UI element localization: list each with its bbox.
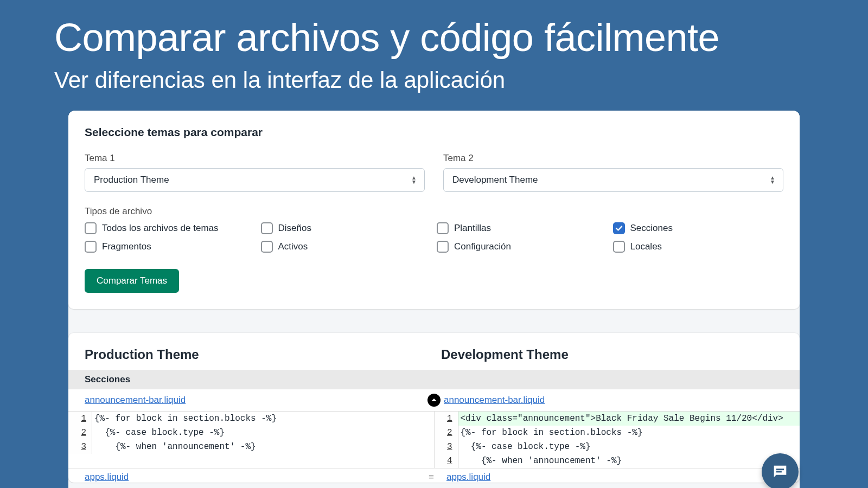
filetype-checkbox[interactable]: Locales: [613, 241, 784, 253]
checkbox-box: [613, 241, 625, 253]
checkbox-box: [261, 241, 273, 253]
file-link-right-next[interactable]: apps.liquid: [446, 472, 490, 482]
filetype-checkbox[interactable]: Fragmentos: [85, 241, 256, 253]
line-number: 2: [68, 426, 92, 440]
chat-icon: [771, 463, 789, 481]
svg-rect-1: [776, 471, 782, 473]
line-number: 1: [435, 412, 458, 426]
filetype-checkbox[interactable]: Configuración: [437, 241, 608, 253]
code-line: 1{%- for block in section.blocks -%}: [68, 412, 434, 426]
filetypes-label: Tipos de archivo: [85, 206, 783, 217]
line-number: 1: [68, 412, 92, 426]
selector-heading: Seleccione temas para comparar: [85, 126, 783, 139]
chevron-up-icon: [431, 397, 437, 403]
filetype-checkbox[interactable]: Diseños: [261, 222, 432, 234]
filetype-checkbox[interactable]: Plantillas: [437, 222, 608, 234]
svg-rect-0: [776, 468, 784, 470]
checkbox-box: [437, 241, 449, 253]
filetype-checkbox[interactable]: Todos los archivos de temas: [85, 222, 256, 234]
checkbox-box: [437, 222, 449, 234]
checkbox-label: Secciones: [630, 223, 673, 234]
select-caret-icon: ▲▼: [770, 176, 775, 184]
collapse-button[interactable]: [427, 394, 441, 407]
code-text: <div class="announcement">Black Friday S…: [458, 412, 800, 426]
code-line: 3 {%- case block.type -%}: [435, 440, 800, 454]
theme2-select[interactable]: Development Theme ▲▼: [443, 168, 783, 192]
checkbox-label: Diseños: [278, 223, 311, 234]
checkbox-box: [613, 222, 625, 234]
file-link-left-next[interactable]: apps.liquid: [85, 472, 129, 482]
diff-view: 1{%- for block in section.blocks -%}2 {%…: [68, 411, 800, 468]
select-caret-icon: ▲▼: [411, 176, 417, 184]
filetype-checkbox[interactable]: Activos: [261, 241, 432, 253]
diff-right-column: 1<div class="announcement">Black Friday …: [435, 412, 800, 468]
app-frame: Seleccione temas para comparar Tema 1 Pr…: [68, 111, 800, 488]
checkbox-label: Locales: [630, 241, 662, 252]
results-section-bar: Secciones: [68, 370, 800, 389]
checkbox-label: Fragmentos: [102, 241, 151, 252]
code-line: 2 {%- case block.type -%}: [68, 426, 434, 440]
checkbox-box: [85, 241, 97, 253]
code-text: {%- when 'announcement' -%}: [458, 454, 800, 468]
checkbox-label: Configuración: [454, 241, 511, 252]
line-number: 3: [435, 440, 458, 454]
line-number: 4: [435, 454, 458, 468]
checkbox-label: Activos: [278, 241, 308, 252]
code-line: 2{%- for block in section.blocks -%}: [435, 426, 800, 440]
filetype-checkbox[interactable]: Secciones: [613, 222, 784, 234]
code-line: 3 {%- when 'announcement' -%}: [68, 440, 434, 454]
check-icon: [615, 224, 623, 232]
filetype-checkbox-grid: Todos los archivos de temasDiseñosPlanti…: [85, 222, 783, 253]
theme1-value: Production Theme: [94, 175, 169, 185]
results-card: Production Theme Development Theme Secci…: [68, 333, 800, 483]
theme-selector-card: Seleccione temas para comparar Tema 1 Pr…: [68, 111, 800, 309]
line-number: 2: [435, 426, 458, 440]
chat-fab-button[interactable]: [762, 453, 799, 488]
checkbox-label: Plantillas: [454, 223, 491, 234]
hero-subtitle: Ver diferencias en la interfaz de la apl…: [0, 59, 868, 111]
results-right-title: Development Theme: [427, 347, 783, 362]
compare-button[interactable]: Comparar Temas: [85, 269, 179, 293]
code-line: 4 {%- when 'announcement' -%}: [435, 454, 800, 468]
code-text: {%- case block.type -%}: [458, 440, 800, 454]
theme1-select[interactable]: Production Theme ▲▼: [85, 168, 425, 192]
theme2-value: Development Theme: [452, 175, 538, 185]
line-number: 3: [68, 440, 92, 454]
file-link-right[interactable]: announcement-bar.liquid: [444, 395, 545, 405]
theme2-label: Tema 2: [443, 153, 783, 164]
file-row: announcement-bar.liquid announcement-bar…: [68, 389, 800, 411]
checkbox-box: [85, 222, 97, 234]
code-text: {%- for block in section.blocks -%}: [458, 426, 800, 440]
code-text: {%- for block in section.blocks -%}: [92, 412, 434, 426]
diff-left-column: 1{%- for block in section.blocks -%}2 {%…: [68, 412, 435, 468]
next-file-row: apps.liquid = apps.liquid: [68, 468, 800, 483]
code-text: {%- when 'announcement' -%}: [92, 440, 434, 454]
file-link-left[interactable]: announcement-bar.liquid: [85, 395, 186, 405]
hero-title: Comparar archivos y código fácilmente: [0, 0, 868, 59]
equal-icon: =: [422, 472, 441, 483]
code-text: {%- case block.type -%}: [92, 426, 434, 440]
code-line: 1<div class="announcement">Black Friday …: [435, 412, 800, 426]
checkbox-box: [261, 222, 273, 234]
checkbox-label: Todos los archivos de temas: [102, 223, 219, 234]
theme1-label: Tema 1: [85, 153, 425, 164]
results-left-title: Production Theme: [85, 347, 427, 362]
